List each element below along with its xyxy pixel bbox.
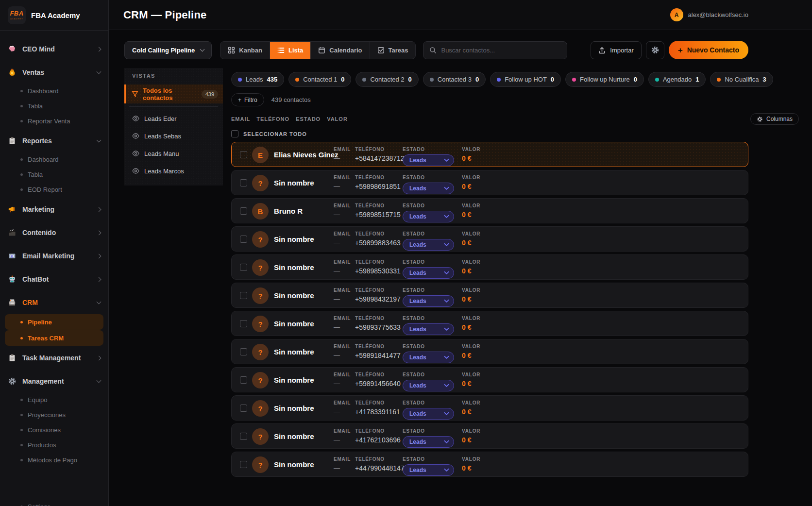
new-contact-button[interactable]: + Nuevo Contacto bbox=[669, 41, 748, 59]
sidebar-item-equipo[interactable]: Equipo bbox=[0, 392, 108, 407]
view-all-contacts[interactable]: Todos los contactos 439 bbox=[124, 84, 223, 103]
sidebar-section-marketing[interactable]: Marketing bbox=[0, 198, 108, 220]
import-button[interactable]: Importar bbox=[591, 41, 641, 59]
pipeline-selector[interactable]: Cold Calling Pipeline bbox=[124, 41, 212, 59]
sort-field-estado[interactable]: ESTADO bbox=[296, 116, 321, 122]
status-chip-leads[interactable]: Leads 435 bbox=[231, 72, 284, 87]
sidebar-section-ceo-mind[interactable]: CEO Mind bbox=[0, 38, 108, 60]
contact-row[interactable]: ? Sin nombre EMAIL — TELÉFONO +417833911… bbox=[231, 395, 748, 421]
contact-row[interactable]: ? Sin nombre EMAIL — TELÉFONO +598986918… bbox=[231, 170, 748, 195]
bullet-icon bbox=[20, 399, 23, 401]
saved-view-leads-eder[interactable]: Leads Eder bbox=[124, 110, 223, 127]
sidebar-item-dashboard[interactable]: Dashboard bbox=[0, 84, 108, 99]
sidebar-section-task-management[interactable]: Task Management bbox=[0, 347, 108, 369]
saved-view-leads-manu[interactable]: Leads Manu bbox=[124, 145, 223, 162]
status-dropdown[interactable]: Leads bbox=[403, 211, 454, 222]
phone-cell: TELÉFONO +59899883463 bbox=[355, 231, 401, 247]
row-checkbox[interactable] bbox=[240, 376, 247, 384]
sidebar-section-crm[interactable]: CRM bbox=[0, 291, 108, 314]
sidebar-item-comisiones[interactable]: Comisiones bbox=[0, 422, 108, 438]
settings-button[interactable] bbox=[646, 41, 664, 59]
chevron-right-icon bbox=[97, 207, 102, 212]
contact-row[interactable]: ? Sin nombre EMAIL — TELÉFONO +598998834… bbox=[231, 226, 748, 252]
add-filter-button[interactable]: + Filtro bbox=[231, 93, 264, 106]
status-dropdown[interactable]: Leads bbox=[403, 295, 454, 307]
contact-row[interactable]: ? Sin nombre EMAIL — TELÉFONO +598984321… bbox=[231, 283, 748, 308]
status-dropdown[interactable]: Leads bbox=[403, 380, 454, 391]
row-checkbox[interactable] bbox=[240, 433, 247, 440]
email-cell: EMAIL — bbox=[334, 372, 351, 387]
status-chip-follow-up-nurture[interactable]: Follow up Nurture 0 bbox=[565, 72, 644, 87]
contact-row[interactable]: ? Sin nombre EMAIL — TELÉFONO +598985303… bbox=[231, 254, 748, 280]
sidebar-section-contenido[interactable]: Contenido bbox=[0, 221, 108, 244]
sort-field-teléfono[interactable]: TELÉFONO bbox=[256, 116, 289, 122]
sidebar-item-settings[interactable]: Settings bbox=[0, 499, 108, 506]
sidebar-item-reportar-venta[interactable]: Reportar Venta bbox=[0, 114, 108, 129]
search-input[interactable] bbox=[441, 47, 561, 54]
sidebar-item-proyecciones[interactable]: Proyecciones bbox=[0, 407, 108, 422]
tab-kanban[interactable]: Kanban bbox=[220, 42, 270, 59]
status-dropdown[interactable]: Leads bbox=[403, 323, 454, 335]
contact-row[interactable]: E Elias Nieves Ginez EMAIL — TELÉFONO +5… bbox=[231, 142, 748, 167]
search-box[interactable] bbox=[423, 41, 567, 59]
sidebar-section-label: Task Management bbox=[22, 354, 91, 362]
status-chip-contacted-3[interactable]: Contacted 3 0 bbox=[423, 72, 486, 87]
status-dropdown[interactable]: Leads bbox=[403, 267, 454, 279]
sort-field-valor[interactable]: VALOR bbox=[327, 116, 348, 122]
sidebar-item-pipeline[interactable]: Pipeline bbox=[5, 314, 103, 330]
sidebar-item-tareas-crm[interactable]: Tareas CRM bbox=[5, 330, 103, 346]
status-dropdown[interactable]: Leads bbox=[403, 154, 454, 166]
sidebar-item-tabla[interactable]: Tabla bbox=[0, 167, 108, 182]
status-dropdown[interactable]: Leads bbox=[403, 436, 454, 448]
status-dot-icon bbox=[430, 78, 434, 82]
status-chip-no-cualifica[interactable]: No Cualifica 3 bbox=[710, 72, 773, 87]
contact-row[interactable]: ? Sin nombre EMAIL — TELÉFONO +417621036… bbox=[231, 423, 748, 449]
contact-row[interactable]: ? Sin nombre EMAIL — TELÉFONO +447990448… bbox=[231, 452, 748, 477]
row-checkbox[interactable] bbox=[240, 264, 247, 271]
row-checkbox[interactable] bbox=[240, 179, 247, 186]
row-checkbox[interactable] bbox=[240, 348, 247, 355]
row-checkbox[interactable] bbox=[240, 236, 247, 243]
status-chip-agendado[interactable]: Agendado 1 bbox=[648, 72, 706, 87]
status-dropdown[interactable]: Leads bbox=[403, 239, 454, 251]
tab-lista[interactable]: Lista bbox=[270, 42, 311, 59]
row-checkbox[interactable] bbox=[240, 151, 247, 158]
row-checkbox[interactable] bbox=[240, 292, 247, 299]
saved-view-leads-sebas[interactable]: Leads Sebas bbox=[124, 127, 223, 145]
status-dropdown[interactable]: Leads bbox=[403, 464, 454, 476]
select-all-checkbox[interactable] bbox=[231, 130, 238, 137]
sidebar-item-productos[interactable]: Productos bbox=[0, 438, 108, 453]
status-dropdown[interactable]: Leads bbox=[403, 408, 454, 420]
status-dropdown[interactable]: Leads bbox=[403, 352, 454, 363]
clipboard-icon bbox=[8, 354, 17, 362]
saved-view-leads-marcos[interactable]: Leads Marcos bbox=[124, 162, 223, 180]
sidebar-item-eod-report[interactable]: EOD Report bbox=[0, 182, 108, 197]
contact-row[interactable]: ? Sin nombre EMAIL — TELÉFONO +598918414… bbox=[231, 339, 748, 364]
status-dropdown[interactable]: Leads bbox=[403, 183, 454, 194]
sidebar-section-management[interactable]: Management bbox=[0, 370, 108, 392]
status-chip-follow-up-hot[interactable]: Follow up HOT 0 bbox=[490, 72, 561, 87]
columns-button[interactable]: Columnas bbox=[750, 113, 799, 125]
sidebar-item-tabla[interactable]: Tabla bbox=[0, 99, 108, 114]
status-chip-contacted-2[interactable]: Contacted 2 0 bbox=[355, 72, 418, 87]
sidebar-section-chatbot[interactable]: ChatBot bbox=[0, 268, 108, 290]
contact-row[interactable]: B Bruno R EMAIL — TELÉFONO +59898515715 … bbox=[231, 198, 748, 223]
contact-row[interactable]: ? Sin nombre EMAIL — TELÉFONO +598937756… bbox=[231, 311, 748, 336]
tab-tareas[interactable]: Tareas bbox=[370, 42, 416, 59]
row-checkbox[interactable] bbox=[240, 405, 247, 412]
sidebar-section-email-marketing[interactable]: Email Marketing bbox=[0, 245, 108, 267]
user-menu[interactable]: A alex@blackwolfsec.io bbox=[670, 8, 748, 21]
status-chip-contacted-1[interactable]: Contacted 1 0 bbox=[288, 72, 351, 87]
tab-calendario[interactable]: Calendario bbox=[311, 42, 370, 59]
user-avatar[interactable]: A bbox=[670, 8, 683, 21]
sidebar-section-reportes[interactable]: Reportes bbox=[0, 130, 108, 152]
sidebar-section-ventas[interactable]: Ventas bbox=[0, 61, 108, 84]
sort-field-email[interactable]: EMAIL bbox=[231, 116, 250, 122]
row-checkbox[interactable] bbox=[240, 207, 247, 215]
sidebar-item-métodos-de-pago[interactable]: Métodos de Pago bbox=[0, 453, 108, 468]
row-checkbox[interactable] bbox=[240, 461, 247, 468]
row-checkbox[interactable] bbox=[240, 320, 247, 327]
contact-row[interactable]: ? Sin nombre EMAIL — TELÉFONO +598914566… bbox=[231, 367, 748, 392]
sidebar-item-dashboard[interactable]: Dashboard bbox=[0, 152, 108, 167]
status-dot-icon bbox=[572, 78, 576, 82]
